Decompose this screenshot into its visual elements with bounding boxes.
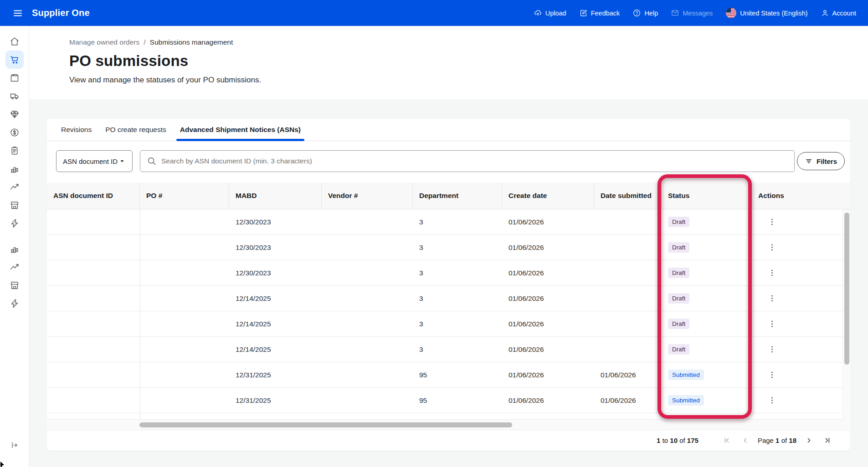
cell-asn-document-id xyxy=(47,286,140,311)
cell-asn-document-id xyxy=(47,311,140,336)
cell-department: 3 xyxy=(413,235,502,260)
table-row: 12/31/20259501/06/202601/06/2026Submitte… xyxy=(47,362,850,388)
sidebar-item-package[interactable] xyxy=(5,69,24,87)
page-title: PO submissions xyxy=(69,52,868,70)
sidebar-item-store[interactable] xyxy=(5,196,24,214)
sidebar-item-diamond[interactable] xyxy=(5,105,24,123)
cell-asn-document-id xyxy=(47,260,140,285)
row-actions-kebab-icon[interactable] xyxy=(765,267,778,279)
cell-po-number xyxy=(140,209,229,234)
cell-create-date: 01/06/2026 xyxy=(502,311,594,336)
cell-department: 3 xyxy=(413,337,502,362)
main-content: Manage owned orders / Submissions manage… xyxy=(29,26,868,467)
column-header-create-date: Create date xyxy=(502,183,594,209)
filters-button[interactable]: Filters xyxy=(797,152,845,170)
search-input[interactable] xyxy=(161,157,788,165)
tab-revisions[interactable]: Revisions xyxy=(54,119,98,141)
cell-date-submitted xyxy=(594,311,662,336)
top-nav-label: Feedback xyxy=(591,10,620,17)
clipboard-icon xyxy=(10,146,20,156)
bar-chart-icon xyxy=(10,164,20,174)
sidebar-item-store[interactable] xyxy=(5,276,24,294)
cell-actions xyxy=(752,260,850,285)
tab-advanced-shipment-notices-asns[interactable]: Advanced Shipment Notices (ASNs) xyxy=(173,119,308,141)
row-actions-kebab-icon[interactable] xyxy=(765,292,778,305)
sidebar-expand-icon[interactable] xyxy=(5,436,24,454)
cell-vendor-number xyxy=(322,362,413,387)
tab-po-create-requests[interactable]: PO create requests xyxy=(98,119,173,141)
breadcrumb-separator: / xyxy=(144,38,145,46)
cell-date-submitted xyxy=(594,209,662,234)
sidebar-item-trend-up[interactable] xyxy=(5,258,24,276)
row-actions-kebab-icon[interactable] xyxy=(765,216,778,228)
breadcrumb-current: Submissions management xyxy=(150,38,233,46)
cell-status: Submitted xyxy=(662,362,752,387)
sidebar-item-dollar-circle[interactable] xyxy=(5,123,24,142)
row-actions-kebab-icon[interactable] xyxy=(765,369,778,381)
sidebar-item-cart-active[interactable] xyxy=(5,51,24,69)
previous-page-button[interactable] xyxy=(740,435,751,447)
mouse-cursor xyxy=(0,460,6,467)
filter-lines-icon xyxy=(805,157,813,165)
last-page-button[interactable] xyxy=(821,435,833,447)
cell-date-submitted xyxy=(594,286,662,311)
column-header-actions: Actions xyxy=(752,183,850,209)
cell-asn-document-id xyxy=(47,209,140,234)
sidebar-item-trend-up[interactable] xyxy=(5,178,24,196)
table-row: 12/30/2023301/06/2026Draft xyxy=(47,209,850,235)
feedback-pencil-icon xyxy=(579,9,588,17)
cell-asn-document-id xyxy=(47,362,140,387)
cell-po-number xyxy=(140,362,229,387)
cell-department: 3 xyxy=(413,311,502,336)
truck-icon xyxy=(10,91,20,101)
column-header-date-submitted: Date submitted xyxy=(594,183,662,209)
sidebar-item-bar-chart[interactable] xyxy=(5,240,24,258)
page-header-band: Manage owned orders / Submissions manage… xyxy=(29,26,868,99)
package-icon xyxy=(10,73,20,83)
frozen-column-divider xyxy=(140,209,140,420)
sidebar-item-lightning[interactable] xyxy=(5,214,24,233)
cell-status: Draft xyxy=(662,260,752,285)
cell-date-submitted: 01/06/2026 xyxy=(594,388,662,413)
top-nav-messages[interactable]: Messages xyxy=(671,9,713,17)
sidebar-item-lightning[interactable] xyxy=(5,294,24,313)
breadcrumb-parent-link[interactable]: Manage owned orders xyxy=(69,38,139,46)
top-nav-help[interactable]: Help xyxy=(632,9,658,17)
sidebar-item-home[interactable] xyxy=(5,32,24,51)
tab-bar: RevisionsPO create requestsAdvanced Ship… xyxy=(47,119,850,141)
cell-actions xyxy=(752,209,850,234)
top-nav-account[interactable]: Account xyxy=(821,9,856,17)
cell-department: 3 xyxy=(413,260,502,285)
row-actions-kebab-icon[interactable] xyxy=(765,241,778,254)
top-app-bar: Supplier One UploadFeedbackHelpMessagesU… xyxy=(0,0,868,26)
cell-mabd: 12/30/2023 xyxy=(229,260,322,285)
vertical-scrollbar-thumb[interactable] xyxy=(844,213,849,365)
horizontal-scrollbar-thumb[interactable] xyxy=(139,422,512,427)
next-page-button[interactable] xyxy=(803,435,815,447)
cell-po-number xyxy=(140,260,229,285)
first-page-button[interactable] xyxy=(721,435,733,447)
table-row: 12/14/2025301/06/2026Draft xyxy=(47,286,850,311)
mail-envelope-icon xyxy=(671,9,679,17)
top-nav-united-states-english-[interactable]: United States (English) xyxy=(725,7,807,19)
cell-mabd: 12/14/2025 xyxy=(229,286,322,311)
cell-asn-document-id xyxy=(47,235,140,260)
sidebar-item-truck[interactable] xyxy=(5,87,24,105)
top-nav-upload[interactable]: Upload xyxy=(534,9,566,17)
row-actions-kebab-icon[interactable] xyxy=(765,343,778,356)
cell-actions xyxy=(752,286,850,311)
hamburger-menu-icon[interactable] xyxy=(12,7,24,19)
cell-create-date: 01/06/2026 xyxy=(502,260,594,285)
top-nav-feedback[interactable]: Feedback xyxy=(579,9,620,17)
table-row: 12/30/2023301/06/2026Draft xyxy=(47,235,850,260)
cell-department: 95 xyxy=(413,362,502,387)
diamond-icon xyxy=(10,109,20,119)
search-field-dropdown[interactable]: ASN document ID xyxy=(56,150,133,172)
sidebar-item-clipboard[interactable] xyxy=(5,142,24,160)
top-nav-label: Account xyxy=(832,10,856,17)
cell-po-number xyxy=(140,235,229,260)
row-actions-kebab-icon[interactable] xyxy=(765,394,778,407)
row-actions-kebab-icon[interactable] xyxy=(765,318,778,330)
sidebar-item-bar-chart[interactable] xyxy=(5,160,24,178)
cell-date-submitted xyxy=(594,235,662,260)
